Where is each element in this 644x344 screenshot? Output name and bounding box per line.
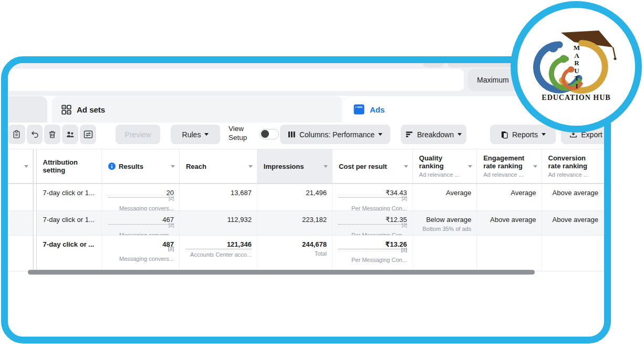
- table-row[interactable]: 7-day click or 1...20[2]Messaging conver…: [8, 184, 604, 210]
- table-header-cell-attribution[interactable]: Attribution setting: [37, 149, 102, 183]
- cell-value-line: Above average: [548, 216, 598, 224]
- table-cell-engagement: Average: [477, 184, 542, 210]
- undo-icon: [30, 130, 39, 139]
- cell-superscript: [2]: [340, 222, 407, 228]
- cell-value[interactable]: 121,346: [186, 240, 252, 249]
- filter-bar[interactable]: [1, 69, 464, 91]
- cell-value: 21,496: [264, 189, 327, 197]
- table-cell-conversion: Above average: [542, 184, 604, 210]
- cell-superscript: [2]: [109, 222, 174, 228]
- columns-icon: [288, 130, 296, 138]
- view-setup-label: View Setup: [228, 124, 254, 142]
- table-header-cell-cost[interactable]: Cost per result: [333, 149, 413, 183]
- cell-value-line: Above average: [548, 189, 598, 197]
- table-header-cell-quality[interactable]: Quality rankingAd relevance ...: [413, 149, 477, 183]
- undo-button[interactable]: [27, 125, 43, 144]
- ab-test-button[interactable]: [80, 125, 96, 144]
- dropdown-caret-icon: [458, 133, 462, 136]
- sort-caret-icon: [24, 165, 28, 168]
- frozen-pane-separator: [33, 184, 37, 210]
- cell-value-line: 112,932: [186, 216, 252, 224]
- cell-value-line: 21,496: [264, 189, 327, 197]
- cell-value: 244,678: [264, 240, 327, 248]
- table-header-label-box: Conversion rate rankingAd relevance ...: [548, 154, 599, 179]
- table-cell-sel: [8, 211, 33, 235]
- table-header-cell-sel[interactable]: [8, 149, 33, 183]
- clipboard-icon: [12, 130, 21, 139]
- audience-button[interactable]: [62, 125, 78, 144]
- table-cell-engagement: Above average: [477, 211, 542, 235]
- table-header-label: Cost per result: [339, 163, 402, 170]
- table-cell-attribution: 7-day click or 1...: [37, 211, 102, 235]
- cell-value-line: 244,678: [264, 240, 327, 248]
- table-header-cell-results[interactable]: Results: [102, 149, 180, 183]
- clipboard-button[interactable]: [8, 125, 25, 144]
- breakdown-button[interactable]: Breakdown: [401, 125, 466, 144]
- view-setup-toggle[interactable]: [259, 129, 279, 139]
- cell-value: Above average: [483, 216, 536, 224]
- table-cell-sel: [8, 236, 33, 271]
- table-cell-results: 20[2]Messaging convers...: [102, 184, 180, 210]
- page: { "colors": { "frame_cyan": "#29b2e6", "…: [0, 0, 644, 344]
- table-row[interactable]: 7-day click or 1...467[2]Messaging conve…: [8, 210, 604, 235]
- dropdown-caret-icon: [378, 133, 382, 136]
- table-header-label: Conversion rate ranking: [548, 154, 599, 170]
- table-cell-impressions: 244,678Total: [257, 236, 333, 271]
- columns-button[interactable]: Columns: Performance: [280, 125, 390, 144]
- cell-value: 13,687: [186, 189, 252, 197]
- cell-value-line: Average: [483, 189, 536, 197]
- sort-caret-icon: [171, 165, 175, 168]
- cell-value-line: Below average: [419, 216, 471, 224]
- ab-test-icon: [84, 130, 93, 139]
- cell-value: 7-day click or 1...: [43, 189, 96, 197]
- cell-value-line: ₹34.43[2]: [339, 189, 407, 203]
- cell-value-line: 7-day click or 1...: [43, 189, 96, 197]
- cell-value: 112,932: [186, 216, 252, 224]
- cell-superscript: [2]: [109, 196, 174, 201]
- table-header-cell-reach[interactable]: Reach: [180, 149, 257, 183]
- table-header-cell-conversion[interactable]: Conversion rate rankingAd relevance ...: [542, 149, 604, 183]
- adsets-grid-icon: [61, 105, 71, 115]
- toolbar: Preview Rules View Setup Columns: Perfor…: [8, 123, 604, 149]
- ads-icon: [354, 104, 365, 115]
- cell-value-line: 13,687: [186, 189, 252, 197]
- table-header-label-box: Results: [119, 163, 169, 170]
- table-header-label: Attribution setting: [43, 158, 97, 174]
- delete-button[interactable]: [44, 125, 60, 144]
- tab-ads-label: Ads: [370, 105, 385, 114]
- cell-superscript: [2]: [109, 246, 174, 251]
- toggle-off-icon: [261, 130, 269, 138]
- cell-value: Above average: [548, 216, 598, 224]
- frozen-pane-separator: [33, 149, 37, 183]
- table-cell-attribution: 7-day click or 1...: [37, 184, 102, 210]
- cell-value-line: 121,346: [186, 240, 252, 249]
- reports-icon: [500, 130, 508, 139]
- table-header-label: Impressions: [264, 163, 321, 170]
- horizontal-scrollbar[interactable]: [28, 270, 535, 275]
- table-header-cell-engagement[interactable]: Engagement rate rankingAd relevance ...: [477, 149, 542, 183]
- tab-campaigns-partial[interactable]: [1, 96, 47, 123]
- cell-subtext: Per Messaging Con...: [339, 257, 407, 263]
- sort-caret-icon: [324, 165, 328, 168]
- table-row[interactable]: 7-day click or ...487[2]Messaging conver…: [8, 235, 604, 271]
- preview-button[interactable]: Preview: [116, 125, 160, 144]
- cell-value-line: 7-day click or 1...: [43, 216, 96, 224]
- breakdown-button-label: Breakdown: [417, 130, 454, 139]
- table-body: 7-day click or 1...20[2]Messaging conver…: [8, 184, 604, 271]
- rules-button-label: Rules: [182, 130, 201, 139]
- reports-button[interactable]: Reports: [490, 125, 556, 144]
- cell-value-line: ₹13.26[2]: [339, 240, 407, 255]
- cell-superscript: [2]: [340, 247, 407, 252]
- cell-value: Below average: [419, 216, 471, 224]
- columns-button-label: Columns: Performance: [299, 130, 375, 139]
- table-cell-quality: Average: [413, 184, 477, 210]
- table-cell-quality: [413, 236, 477, 271]
- dropdown-caret-icon: [204, 133, 209, 136]
- table-header-label-box: Quality rankingAd relevance ...: [419, 154, 466, 179]
- table-header-cell-impressions[interactable]: Impressions: [257, 149, 333, 183]
- top-button-stub-1[interactable]: [423, 60, 444, 67]
- tab-ad-sets[interactable]: Ad sets: [52, 96, 342, 123]
- table-cell-quality: Below averageBottom 35% of ads: [413, 211, 477, 235]
- table-cell-conversion: [542, 236, 604, 271]
- rules-button[interactable]: Rules: [171, 125, 220, 144]
